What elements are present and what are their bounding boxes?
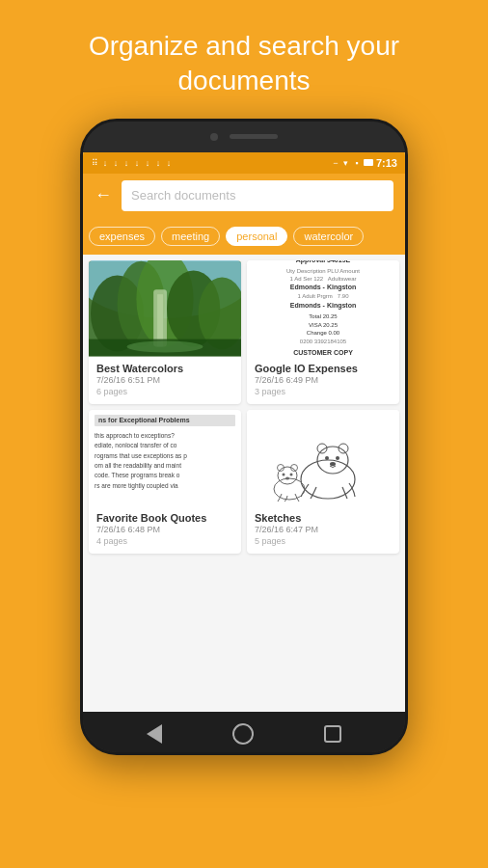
svg-point-22 [283, 474, 285, 476]
doc-date-watercolors: 7/26/16 6:51 PM [96, 375, 233, 385]
download-icon-6: ↓ [154, 159, 162, 167]
doc-thumb-expenses: Approval 34019E Uty Description PLU Amou… [247, 260, 399, 357]
receipt-line4: 1 Adult Prgrm 7.90 [297, 292, 348, 300]
doc-card-watercolors[interactable]: Best Watercolors 7/26/16 6:51 PM 6 pages [89, 260, 241, 404]
phone-speaker [230, 134, 278, 139]
svg-point-24 [285, 477, 289, 480]
download-icon-5: ↓ [144, 159, 151, 167]
doc-info-expenses: Google IO Expenses 7/26/16 6:49 PM 3 pag… [247, 357, 399, 404]
tag-personal[interactable]: personal [226, 227, 287, 246]
tag-meeting[interactable]: meeting [161, 227, 220, 246]
download-icon-3: ↓ [122, 159, 130, 167]
doc-pages-book: 4 pages [96, 536, 233, 546]
signal-icon: ▪ [353, 159, 361, 167]
minus-icon: − [332, 159, 339, 167]
receipt-approval: Approval 34019E [296, 260, 350, 265]
tag-expenses[interactable]: expenses [89, 227, 155, 246]
receipt-line1: Uty Description PLU Amount [286, 267, 360, 275]
svg-point-19 [278, 467, 297, 484]
doc-date-expenses: 7/26/16 6:49 PM [255, 375, 392, 385]
doc-date-sketches: 7/26/16 6:47 PM [255, 525, 392, 534]
back-button[interactable]: ← [95, 185, 112, 205]
documents-grid: Best Watercolors 7/26/16 6:51 PM 6 pages… [83, 255, 405, 559]
search-placeholder: Search documents [131, 188, 235, 203]
back-nav-button[interactable] [147, 724, 162, 744]
svg-point-15 [325, 456, 329, 460]
phone-bottom-bar [83, 712, 405, 755]
doc-date-book: 7/26/16 6:48 PM [96, 525, 233, 534]
wifi-icon: ▾ [342, 159, 350, 167]
phone-top-bar [83, 122, 405, 152]
doc-pages-expenses: 3 pages [255, 387, 392, 396]
receipt-total: Total 20.25 [309, 312, 337, 320]
svg-point-10 [127, 340, 203, 352]
download-icon-4: ↓ [133, 159, 141, 167]
svg-rect-8 [157, 294, 163, 346]
doc-thumb-watercolors [89, 260, 241, 357]
doc-thumb-sketches [247, 410, 399, 506]
download-icon-7: ↓ [165, 159, 173, 167]
search-bar: ← Search documents [83, 174, 405, 218]
status-icons-right: − ▾ ▪ 7:13 [332, 157, 397, 169]
receipt-txn: 0200 3392184105 [300, 338, 346, 345]
doc-card-expenses[interactable]: Approval 34019E Uty Description PLU Amou… [247, 260, 399, 404]
doc-thumb-book: ns for Exceptional Problems this approac… [89, 410, 241, 506]
notification-icon: ⠿ [91, 159, 98, 167]
receipt-customer: CUSTOMER COPY [293, 348, 353, 357]
receipt-line2: 1 Ad Ser 122 Adultswear [289, 275, 356, 283]
doc-pages-watercolors: 6 pages [96, 387, 233, 396]
doc-info-book: Favorite Book Quotes 7/26/16 6:48 PM 4 p… [89, 506, 241, 554]
status-icons-left: ⠿ ↓ ↓ ↓ ↓ ↓ ↓ ↓ [91, 159, 173, 167]
receipt-line5: Edmonds - Kingston [290, 301, 356, 311]
doc-pages-sketches: 5 pages [255, 536, 392, 546]
receipt-visa: VISA 20.25 [309, 321, 338, 329]
doc-info-watercolors: Best Watercolors 7/26/16 6:51 PM 6 pages [89, 357, 241, 404]
download-icon-1: ↓ [101, 159, 109, 167]
phone-screen: ⠿ ↓ ↓ ↓ ↓ ↓ ↓ ↓ − ▾ ▪ 7:13 ← Search docu… [83, 152, 405, 712]
status-bar: ⠿ ↓ ↓ ↓ ↓ ↓ ↓ ↓ − ▾ ▪ 7:13 [83, 152, 405, 174]
svg-point-23 [290, 474, 293, 476]
phone-camera [210, 133, 218, 141]
book-text: this approach to exceptions? ediate, non… [95, 431, 235, 491]
tags-row: expenses meeting personal watercolor [83, 218, 405, 255]
status-time: 7:13 [376, 157, 397, 169]
svg-point-17 [330, 462, 336, 466]
svg-point-18 [274, 478, 305, 500]
recents-nav-button[interactable] [324, 725, 341, 743]
receipt-change: Change 0.00 [307, 329, 339, 337]
book-header: ns for Exceptional Problems [95, 415, 235, 426]
doc-info-sketches: Sketches 7/26/16 6:47 PM 5 pages [247, 506, 399, 554]
download-icon-2: ↓ [112, 159, 120, 167]
doc-title-sketches: Sketches [255, 512, 392, 524]
search-input[interactable]: Search documents [122, 180, 393, 211]
phone-device: ⠿ ↓ ↓ ↓ ↓ ↓ ↓ ↓ − ▾ ▪ 7:13 ← Search docu… [80, 119, 408, 755]
battery-icon [364, 159, 373, 166]
doc-card-book[interactable]: ns for Exceptional Problems this approac… [89, 410, 241, 554]
home-nav-button[interactable] [232, 723, 254, 745]
tag-watercolor[interactable]: watercolor [293, 227, 364, 246]
doc-title-book: Favorite Book Quotes [96, 512, 233, 524]
receipt-line3: Edmonds - Kingston [290, 283, 356, 292]
doc-title-expenses: Google IO Expenses [255, 363, 392, 374]
headline: Organize and search your documents [0, 0, 488, 119]
svg-point-16 [336, 456, 339, 460]
doc-card-sketches[interactable]: Sketches 7/26/16 6:47 PM 5 pages [247, 410, 399, 554]
doc-title-watercolors: Best Watercolors [96, 363, 233, 374]
